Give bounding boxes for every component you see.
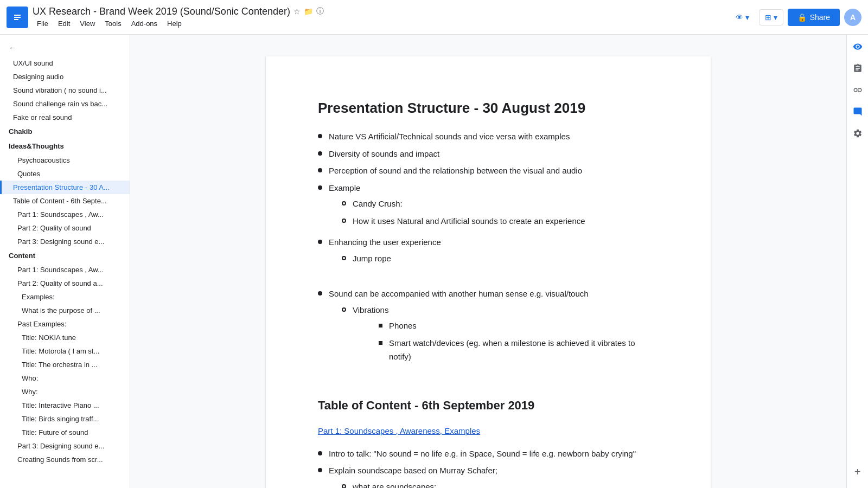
top-right: 👁 ▾ ⊞ ▾ 🔒 Share A <box>730 9 861 26</box>
eye-icon: 👁 <box>736 13 743 22</box>
sidebar-item-interactive-piano[interactable]: Title: Interactive Piano ... <box>0 399 130 412</box>
sidebar-item-examples[interactable]: Examples: <box>0 290 130 304</box>
bullet-dot-enhancing <box>318 240 322 244</box>
list-text-howit: How it uses Natural and Artificial sound… <box>353 214 585 228</box>
layout-button[interactable]: ⊞ ▾ <box>759 9 783 25</box>
share-button[interactable]: 🔒 Share <box>788 9 840 26</box>
doc-body-section1: Nature VS Artificial/Technical sounds an… <box>318 130 659 373</box>
list-item-example: Example Candy Crush: How it uses Natural… <box>318 181 659 233</box>
sidebar-item-sound-challenge[interactable]: Sound challenge rain vs bac... <box>0 97 130 111</box>
sidebar-item-psychoacoustics[interactable]: Psychoacoustics <box>0 153 130 167</box>
list-item-candy: Candy Crush: <box>329 197 659 211</box>
spacer1 <box>318 274 659 287</box>
doc-area: Presentation Structure - 30 August 2019 … <box>130 35 846 488</box>
list-text-what-soundscapes: what are soundscapes; <box>353 480 436 489</box>
sidebar-item-motorola[interactable]: Title: Motorola ( I am st... <box>0 344 130 358</box>
view-panel-icon[interactable] <box>850 39 865 54</box>
menu-bar: File Edit View Tools Add-ons Help <box>33 18 726 29</box>
doc-title: UX Research - Brand Week 2019 (Sound/Son… <box>33 6 290 17</box>
sidebar-item-part3-designing[interactable]: Part 3: Designing sound e... <box>0 235 130 248</box>
bullet-dot-explain <box>318 468 322 472</box>
sidebar-item-ux-ui-sound[interactable]: UX/UI sound <box>0 56 130 70</box>
bullet-dot-perception <box>318 168 322 172</box>
list-text-explain: Explain soundscape based on Murray Schaf… <box>329 466 497 475</box>
folder-icon[interactable]: 📁 <box>304 7 313 16</box>
layout-chevron: ▾ <box>774 13 777 22</box>
sidebar-item-part2-quality[interactable]: Part 2: Quality of sound <box>0 221 130 235</box>
sidebar-item-past-examples[interactable]: Past Examples: <box>0 317 130 331</box>
star-icon[interactable]: ☆ <box>293 7 301 16</box>
sidebar-item-table-of-content[interactable]: Table of Content - 6th Septe... <box>0 194 130 208</box>
add-panel-button[interactable]: + <box>850 464 865 479</box>
sidebar-item-content-part2[interactable]: Part 2: Quality of sound a... <box>0 277 130 290</box>
sidebar-item-sound-vibration[interactable]: Sound vibration ( no sound i... <box>0 84 130 97</box>
menu-file[interactable]: File <box>33 18 53 29</box>
sidebar-back-button[interactable]: ← <box>0 39 130 56</box>
menu-tools[interactable]: Tools <box>100 18 125 29</box>
avatar[interactable]: A <box>844 9 861 26</box>
list-item-explain: Explain soundscape based on Murray Schaf… <box>318 464 659 488</box>
list-text-vibrations: Vibrations <box>353 305 388 314</box>
list-item-nature: Nature VS Artificial/Technical sounds an… <box>318 130 659 144</box>
bullet-circle-what-soundscapes <box>342 484 346 489</box>
sidebar-item-part1-soundscapes[interactable]: Part 1: Soundscapes , Aw... <box>0 208 130 221</box>
menu-help[interactable]: Help <box>163 18 186 29</box>
comment-panel-icon[interactable] <box>850 104 865 119</box>
list-item-smartwatch: Smart watch/devices (eg. when a mileston… <box>353 336 659 364</box>
sidebar-item-future-sound[interactable]: Title: Future of sound <box>0 426 130 439</box>
sidebar-item-fake-real[interactable]: Fake or real sound <box>0 111 130 124</box>
sidebar-item-presentation-structure[interactable]: Presentation Structure - 30 A... <box>0 181 130 194</box>
view-button[interactable]: 👁 ▾ <box>730 10 755 25</box>
right-panel: + <box>846 35 868 488</box>
sidebar-item-birds-singing[interactable]: Title: Birds singing traff... <box>0 412 130 426</box>
back-arrow-icon: ← <box>9 43 16 52</box>
sidebar-item-what-is-purpose[interactable]: What is the purpose of ... <box>0 304 130 317</box>
heading-presentation: Presentation Structure - 30 August 2019 <box>318 100 659 117</box>
view-chevron: ▾ <box>745 13 749 22</box>
clipboard-panel-icon[interactable] <box>850 61 865 76</box>
list-text-diversity: Diversity of sounds and impact <box>329 147 439 161</box>
app-icon[interactable] <box>7 7 28 28</box>
menu-edit[interactable]: Edit <box>54 18 74 29</box>
bullet-circle-candy <box>342 201 346 206</box>
sidebar-item-content-part1[interactable]: Part 1: Soundscapes , Aw... <box>0 263 130 277</box>
sidebar-section-chakib[interactable]: Chakib <box>0 124 130 139</box>
sidebar-section-ideas[interactable]: Ideas&Thoughts <box>0 139 130 153</box>
list-item-perception: Perception of sound and the relationship… <box>318 164 659 178</box>
list-item-jump: Jump rope <box>329 252 659 266</box>
list-text-perception: Perception of sound and the relationship… <box>329 164 582 178</box>
settings-panel-icon[interactable] <box>850 126 865 141</box>
link-part1-soundscapes[interactable]: Part 1: Soundscapes , Awareness, Example… <box>318 426 480 435</box>
title-section: UX Research - Brand Week 2019 (Sound/Son… <box>33 6 726 29</box>
sidebar-item-why[interactable]: Why: <box>0 385 130 399</box>
sidebar-section-content[interactable]: Content <box>0 248 130 263</box>
bullet-dot-diversity <box>318 151 322 156</box>
info-icon[interactable]: ⓘ <box>316 7 324 16</box>
doc-page: Presentation Structure - 30 August 2019 … <box>266 56 711 488</box>
sidebar-item-quotes[interactable]: Quotes <box>0 167 130 181</box>
sidebar-item-who[interactable]: Who: <box>0 371 130 385</box>
bullet-dot-sound <box>318 291 322 296</box>
bullet-circle-jump <box>342 256 346 260</box>
list-item-phones: Phones <box>353 319 659 333</box>
top-bar: UX Research - Brand Week 2019 (Sound/Son… <box>0 0 868 35</box>
menu-addons[interactable]: Add-ons <box>127 18 162 29</box>
bullet-circle-howit <box>342 219 346 223</box>
sidebar-item-designing-audio[interactable]: Designing audio <box>0 70 130 84</box>
bullet-circle-vibrations <box>342 307 346 312</box>
sidebar-item-nokia[interactable]: Title: NOKIA tune <box>0 331 130 344</box>
list-text-phones: Phones <box>389 319 417 333</box>
list-text-sound: Sound can be accompanied with another hu… <box>329 289 589 298</box>
sidebar-item-orchestra[interactable]: Title: The orchestra in ... <box>0 358 130 371</box>
list-item-intro: Intro to talk: "No sound = no life e.g. … <box>318 447 659 461</box>
menu-view[interactable]: View <box>75 18 99 29</box>
sidebar: ← UX/UI sound Designing audio Sound vibr… <box>0 35 130 488</box>
sidebar-item-creating-sounds[interactable]: Creating Sounds from scr... <box>0 453 130 466</box>
title-icons: ☆ 📁 ⓘ <box>293 7 324 16</box>
link-panel-icon[interactable] <box>850 82 865 98</box>
sidebar-item-part3-designing2[interactable]: Part 3: Designing sound e... <box>0 439 130 453</box>
share-icon: 🔒 <box>797 13 807 22</box>
list-item-enhancing: Enhancing the user experience Jump rope <box>318 235 659 269</box>
list-item-diversity: Diversity of sounds and impact <box>318 147 659 161</box>
bullet-dot-example <box>318 185 322 190</box>
